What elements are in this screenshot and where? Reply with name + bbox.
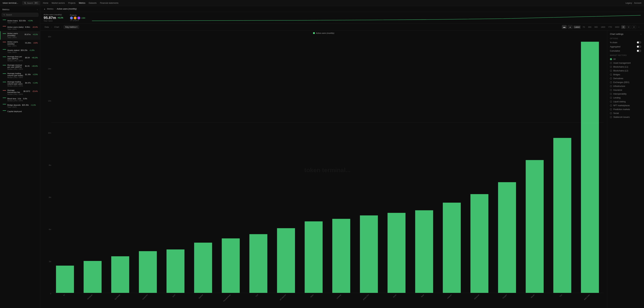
time-ytd[interactable]: YTD [607, 26, 613, 29]
sidebar-item-change-8: +1.4% [33, 82, 38, 84]
metric-main: Active users (monthly) 95.87m +0.1% Tota… [44, 14, 63, 22]
bar-4[interactable] [166, 249, 184, 293]
sector-item-13[interactable]: Prediction markets [610, 108, 641, 111]
sidebar-indicator-5 [3, 57, 6, 59]
nav-metrics[interactable]: Metrics [79, 1, 85, 5]
option-toggle-1[interactable] [636, 45, 641, 48]
nav-financial-statements[interactable]: Financial statements [100, 1, 118, 5]
chart-legend: Active users (monthly) [44, 32, 604, 34]
account-button[interactable]: Account [634, 2, 641, 4]
settings-collapse-button[interactable]: › [641, 33, 641, 35]
sidebar-item-4[interactable]: Assets staked $59.25b +1.0% Total / 24h% [0, 48, 40, 54]
sector-item-6[interactable]: Exchanges (DEX) [610, 81, 641, 84]
sidebar-item-10[interactable]: Block time 3.0s 0.0% Median (24h) / 24h% [0, 96, 40, 103]
bar-14[interactable] [443, 203, 461, 293]
bar-17[interactable] [526, 160, 544, 293]
sidebar-item-0[interactable]: Active loans $10.83b +0.9% Total / 24h% [0, 19, 40, 25]
bar-8[interactable] [277, 228, 295, 293]
sector-item-8[interactable]: Insurance [610, 89, 641, 91]
sector-item-2[interactable]: Blockchains (L1) [610, 66, 641, 68]
sector-radio-3 [610, 70, 612, 72]
sidebar-item-7[interactable]: Average trading volume (per trade) $1.30… [0, 71, 40, 80]
time-90d[interactable]: 90D [593, 26, 599, 29]
indicator-line-11 [3, 104, 6, 104]
bar-15[interactable] [470, 194, 488, 293]
sidebar-item-11[interactable]: Bridge deposits $25.35b +1.1% Total / 24… [0, 103, 40, 109]
nav-home[interactable]: Home [43, 1, 48, 5]
sector-item-15[interactable]: Stablecoin issuers [610, 116, 641, 118]
sector-item-11[interactable]: Liquid staking [610, 100, 641, 103]
tab-data[interactable]: Data [44, 25, 50, 29]
period-m[interactable]: M [632, 25, 636, 29]
sector-item-12[interactable]: NFT marketplaces [610, 104, 641, 107]
sector-item-4[interactable]: Bridges [610, 73, 641, 76]
bar-10[interactable] [332, 219, 350, 293]
sidebar-item-2[interactable]: Active users (monthly) 95.87m +0.1% Tota… [0, 31, 40, 40]
nav-datasets[interactable]: Datasets [89, 1, 96, 5]
sector-item-1[interactable]: Asset management [610, 62, 641, 64]
sector-item-14[interactable]: Social [610, 112, 641, 114]
option-toggle-2[interactable] [636, 50, 641, 52]
nav-market-sectors[interactable]: Market sectors [52, 1, 65, 5]
bar-16[interactable] [498, 182, 516, 293]
bar-11[interactable] [360, 215, 378, 293]
bar-3[interactable] [139, 251, 157, 293]
bar-9[interactable] [305, 221, 323, 293]
settings-option-1: Aggregated [610, 45, 641, 48]
sidebar-item-row-5: Average fees per user (AFPU) $8.09 +81.0… [3, 56, 38, 60]
sidebar-item-5[interactable]: Average fees per user (AFPU) $8.09 +81.0… [0, 54, 40, 63]
metric-header: Active users (monthly) 95.87m +0.1% Tota… [40, 12, 644, 24]
sector-radio-2 [610, 66, 612, 68]
settings-title: Chart settings › [610, 33, 641, 35]
bar-19[interactable] [581, 42, 599, 293]
key-metrics-dropdown[interactable]: Key metrics ▾ [64, 25, 79, 29]
sector-item-9[interactable]: Interoperability [610, 93, 641, 95]
sidebar-item-12[interactable]: Capital deployed [0, 109, 40, 114]
line-chart-button[interactable]: ▲ [568, 25, 572, 29]
legacy-button[interactable]: Legacy [626, 2, 632, 4]
bar-chart-button[interactable]: ▬ [562, 25, 567, 29]
sidebar-item-row-11: Bridge deposits $25.35b +1.1% [3, 104, 38, 106]
sidebar-item-8[interactable]: Average trading volume (per user) $4.47k… [0, 80, 40, 88]
sidebar-item-6[interactable]: Average revenue per user (ARPU) $1.81 +4… [0, 63, 40, 71]
breadcrumb-root[interactable]: Metrics [47, 8, 54, 10]
tab-chart[interactable]: Chart [53, 25, 60, 29]
sector-item-10[interactable]: Lending [610, 97, 641, 99]
sidebar-search-input[interactable] [6, 14, 36, 16]
time-latest[interactable]: Latest [574, 26, 580, 29]
more-options-button[interactable]: ··· [637, 26, 641, 29]
period-d[interactable]: D [621, 25, 626, 29]
sidebar-item-1[interactable]: Active users (daily) 8.86m -10.4% Total … [0, 25, 40, 31]
bar-6[interactable] [222, 238, 240, 293]
sidebar-item-3[interactable]: Active users (weekly) 33.28m -0.6% Total… [0, 40, 40, 48]
sector-item-3[interactable]: Blockchains (L2) [610, 70, 641, 72]
sector-item-0[interactable]: All [610, 58, 641, 60]
bar-18[interactable] [553, 138, 571, 293]
time-365d[interactable]: 365D [614, 26, 620, 29]
bar-13[interactable] [415, 210, 433, 293]
time-7d[interactable]: 7D [582, 26, 586, 29]
bar-7[interactable] [250, 234, 267, 293]
period-w[interactable]: W [626, 25, 631, 29]
sidebar-search[interactable] [2, 13, 38, 17]
time-30d[interactable]: 30D [587, 26, 592, 29]
nav-projects[interactable]: Projects [68, 1, 76, 5]
indicator-line-1 [3, 26, 6, 26]
sidebar-collapse-button[interactable]: ‹ [37, 8, 38, 11]
bar-5[interactable] [194, 243, 212, 293]
indicator-line-2 [3, 34, 6, 34]
time-180d[interactable]: 180D [600, 26, 606, 29]
bar-12[interactable] [388, 213, 406, 293]
bar-0[interactable] [56, 266, 74, 293]
sidebar-indicator-7 [3, 73, 6, 75]
search-button[interactable]: Search ⌘K [22, 1, 40, 5]
bar-label-13: Base [421, 294, 424, 297]
bar-1[interactable] [84, 261, 102, 293]
sidebar-item-row-8: Average trading volume (per user) $4.47k… [3, 81, 38, 85]
sidebar-item-9[interactable]: Average transaction fee $0.0372 -23.4% M… [0, 88, 40, 96]
sector-item-7[interactable]: Infrastructure [610, 85, 641, 87]
bar-2[interactable] [111, 256, 129, 293]
sector-label-10: Lending [613, 97, 620, 99]
sector-item-5[interactable]: Derivatives [610, 77, 641, 80]
option-toggle-0[interactable] [636, 41, 641, 44]
